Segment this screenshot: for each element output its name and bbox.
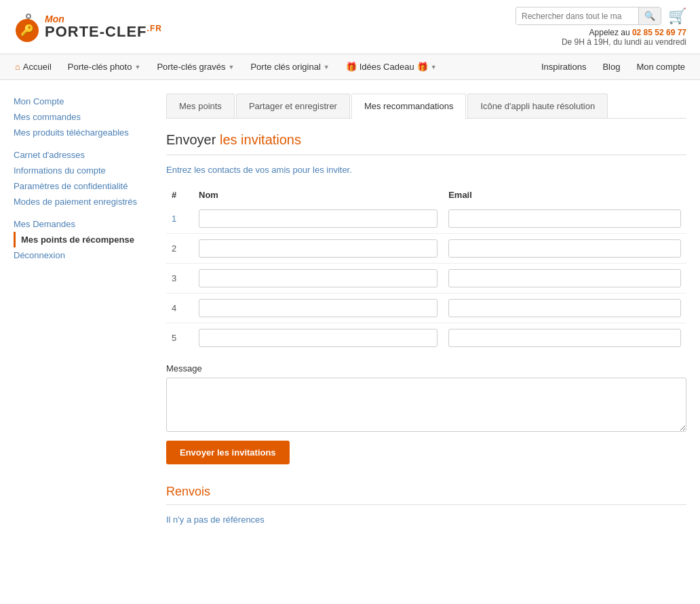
email-input-5[interactable] <box>448 329 681 347</box>
name-cell-2 <box>193 234 443 264</box>
renvois-section: Renvois Il n'y a pas de références <box>166 485 686 525</box>
sidebar-item-points[interactable]: Mes points de récompense <box>14 232 153 247</box>
renvois-divider <box>166 504 686 505</box>
content: Mes points Partager et enregistrer Mes r… <box>166 94 686 525</box>
invite-section: Envoyer les invitations Entrez les conta… <box>166 132 686 464</box>
email-input-4[interactable] <box>448 299 681 317</box>
email-input-1[interactable] <box>448 209 681 228</box>
name-input-4[interactable] <box>199 299 438 317</box>
row-num-4: 4 <box>166 294 193 323</box>
nav-item-compte[interactable]: Mon compte <box>628 54 693 79</box>
col-num: # <box>166 186 193 204</box>
gift-icon: 🎁 <box>346 62 357 72</box>
logo[interactable]: 🔑 Mon PORTE-CLEF.FR <box>14 12 162 42</box>
email-cell-2 <box>443 234 686 264</box>
search-button[interactable]: 🔍 <box>638 7 661 24</box>
sidebar-item-confidentialite[interactable]: Paramètres de confidentialité <box>14 178 153 194</box>
invite-divider <box>166 155 686 155</box>
logo-porte-clef: PORTE-CLEF.FR <box>45 23 162 40</box>
contact-info: Appelez au 02 85 52 69 77 De 9H à 19H, d… <box>562 28 686 47</box>
name-input-3[interactable] <box>199 269 438 287</box>
sidebar-item-informations[interactable]: Informations du compte <box>14 163 153 178</box>
invite-title: Envoyer les invitations <box>166 132 686 148</box>
name-input-2[interactable] <box>199 239 438 258</box>
name-cell-1 <box>193 204 443 234</box>
nav-item-original[interactable]: Porte clés original ▼ <box>242 54 337 79</box>
table-row: 2 <box>166 234 686 264</box>
search-input[interactable] <box>516 8 638 24</box>
row-num-5: 5 <box>166 323 193 353</box>
search-cart-area: 🔍 🛒 <box>516 7 686 25</box>
gift-icon2: 🎁 <box>417 62 428 72</box>
sidebar-item-produits[interactable]: Mes produits téléchargeables <box>14 125 153 140</box>
table-row: 1 <box>166 204 686 234</box>
arrow-icon: ▼ <box>134 64 140 71</box>
tab-mes-points[interactable]: Mes points <box>166 94 235 118</box>
row-num-3: 3 <box>166 264 193 294</box>
name-cell-3 <box>193 264 443 294</box>
sidebar-item-carnet[interactable]: Carnet d'adresses <box>14 147 153 163</box>
sidebar-item-commandes[interactable]: Mes commandes <box>14 109 153 125</box>
email-input-2[interactable] <box>448 239 681 258</box>
arrow-icon: ▼ <box>431 64 437 71</box>
invite-table: # Nom Email 1 2 <box>166 186 686 353</box>
email-input-3[interactable] <box>448 269 681 287</box>
message-label: Message <box>166 363 686 374</box>
phone-number: 02 85 52 69 77 <box>632 28 686 37</box>
email-cell-5 <box>443 323 686 353</box>
no-references: Il n'y a pas de références <box>166 515 686 525</box>
main-nav: ⌂ Accueil Porte-clés photo ▼ Porte-clés … <box>0 54 700 80</box>
table-row: 3 <box>166 264 686 294</box>
cart-icon[interactable]: 🛒 <box>668 7 686 25</box>
send-invitations-button[interactable]: Envoyer les invitations <box>166 441 290 464</box>
email-cell-4 <box>443 294 686 323</box>
sidebar-item-deconnexion[interactable]: Déconnexion <box>14 247 153 263</box>
nav-item-graves[interactable]: Porte-clés gravés ▼ <box>149 54 242 79</box>
nav-item-accueil[interactable]: ⌂ Accueil <box>7 54 60 79</box>
arrow-icon: ▼ <box>324 64 330 71</box>
email-cell-1 <box>443 204 686 234</box>
nav-item-inspirations[interactable]: Inspirations <box>533 54 594 79</box>
tab-recommandations[interactable]: Mes recommandations <box>351 94 467 119</box>
tab-partager[interactable]: Partager et enregistrer <box>236 94 350 118</box>
name-cell-4 <box>193 294 443 323</box>
table-row: 4 <box>166 294 686 323</box>
invite-subtitle: Entrez les contacts de vos amis pour les… <box>166 165 686 175</box>
col-email: Email <box>443 186 686 204</box>
tab-icone[interactable]: Icône d'appli haute résolution <box>467 94 608 118</box>
sidebar-item-mon-compte[interactable]: Mon Compte <box>14 94 153 109</box>
sidebar-item-demandes[interactable]: Mes Demandes <box>14 216 153 232</box>
tabs-container: Mes points Partager et enregistrer Mes r… <box>166 94 686 119</box>
name-input-1[interactable] <box>199 209 438 228</box>
search-box: 🔍 <box>516 7 661 25</box>
row-num-1: 1 <box>166 204 193 234</box>
name-cell-5 <box>193 323 443 353</box>
sidebar: Mon Compte Mes commandes Mes produits té… <box>14 94 153 525</box>
home-icon: ⌂ <box>15 62 20 72</box>
message-textarea[interactable] <box>166 378 686 432</box>
row-num-2: 2 <box>166 234 193 264</box>
sidebar-item-paiement[interactable]: Modes de paiement enregistrés <box>14 194 153 209</box>
header: 🔑 Mon PORTE-CLEF.FR 🔍 🛒 Appelez au 02 85… <box>0 0 700 54</box>
name-input-5[interactable] <box>199 329 438 347</box>
message-area: Message <box>166 363 686 434</box>
business-hours: De 9H à 19H, du lundi au vendredi <box>562 37 686 47</box>
nav-item-idees[interactable]: 🎁 Idées Cadeau 🎁 ▼ <box>338 54 445 79</box>
col-nom: Nom <box>193 186 443 204</box>
nav-item-blog[interactable]: Blog <box>594 54 628 79</box>
table-row: 5 <box>166 323 686 353</box>
nav-item-photo[interactable]: Porte-clés photo ▼ <box>60 54 149 79</box>
header-right: 🔍 🛒 Appelez au 02 85 52 69 77 De 9H à 19… <box>516 7 686 47</box>
main-layout: Mon Compte Mes commandes Mes produits té… <box>0 80 700 538</box>
renvois-title: Renvois <box>166 485 686 499</box>
email-cell-3 <box>443 264 686 294</box>
arrow-icon: ▼ <box>229 64 235 71</box>
